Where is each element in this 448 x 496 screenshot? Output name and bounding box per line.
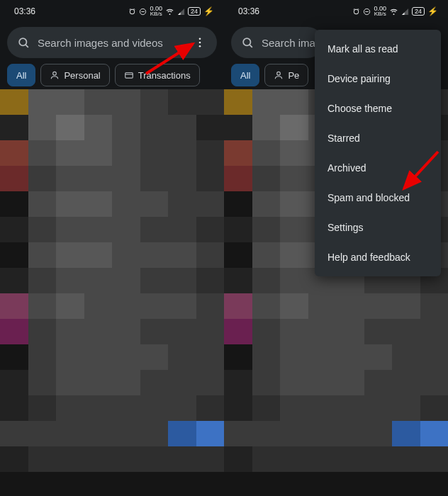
- chip-personal[interactable]: Pe: [264, 64, 308, 86]
- svg-point-5: [199, 42, 201, 44]
- chip-all-label: All: [16, 70, 26, 81]
- status-bar: 03:36 0.00 KB/s 24 ⚡: [224, 0, 448, 20]
- signal-icon: [401, 8, 409, 16]
- wifi-icon: [389, 8, 398, 16]
- left-screenshot: 03:36 0.00 KB/s 24 ⚡ Search images and v…: [0, 0, 224, 496]
- status-bar: 03:36 0.00 KB/s 24 ⚡: [0, 0, 224, 20]
- right-screenshot: 03:36 0.00 KB/s 24 ⚡ Search ima All Pe: [224, 0, 448, 496]
- svg-point-15: [277, 72, 281, 75]
- battery-indicator: 24: [188, 7, 201, 16]
- status-right: 0.00 KB/s 24 ⚡: [352, 6, 438, 17]
- svg-line-14: [250, 45, 252, 47]
- chip-transactions-label: Transactions: [138, 70, 191, 81]
- svg-rect-1: [142, 11, 145, 12]
- more-vert-icon: [194, 36, 206, 49]
- svg-point-6: [199, 45, 201, 47]
- svg-point-4: [199, 38, 201, 40]
- overflow-menu: Mark all as read Device pairing Choose t…: [315, 30, 441, 276]
- menu-choose-theme[interactable]: Choose theme: [315, 94, 441, 123]
- more-button[interactable]: [187, 30, 213, 55]
- chip-all[interactable]: All: [7, 64, 35, 86]
- svg-rect-12: [366, 11, 369, 12]
- wifi-icon: [165, 8, 174, 16]
- chip-all-label: All: [240, 70, 250, 81]
- chip-personal-label: Personal: [64, 70, 100, 81]
- person-icon: [274, 70, 284, 80]
- svg-point-2: [19, 38, 26, 45]
- svg-rect-8: [125, 73, 133, 79]
- filter-chips: All Personal Transactions: [0, 64, 224, 94]
- chip-all[interactable]: All: [231, 64, 259, 86]
- signal-icon: [177, 8, 185, 16]
- person-icon: [50, 70, 60, 80]
- search-icon: [241, 36, 254, 50]
- search-placeholder: Search ima: [262, 37, 319, 49]
- menu-archived[interactable]: Archived: [315, 153, 441, 183]
- pixelated-list: [0, 89, 224, 496]
- alarm-icon: [352, 8, 360, 16]
- menu-spam-blocked[interactable]: Spam and blocked: [315, 183, 441, 213]
- status-right: 0.00 KB/s 24 ⚡: [128, 6, 214, 17]
- status-time: 03:36: [238, 6, 259, 16]
- menu-help[interactable]: Help and feedback: [315, 242, 441, 272]
- charging-icon: ⚡: [203, 6, 214, 16]
- chip-transactions[interactable]: Transactions: [115, 64, 200, 86]
- search-bar[interactable]: Search ima: [231, 27, 323, 58]
- dnd-icon: [139, 8, 147, 16]
- menu-device-pairing[interactable]: Device pairing: [315, 64, 441, 94]
- dnd-icon: [363, 8, 371, 16]
- search-icon: [17, 36, 30, 50]
- svg-line-3: [26, 45, 28, 47]
- menu-starred[interactable]: Starred: [315, 123, 441, 153]
- status-kbs: 0.00 KB/s: [150, 6, 162, 17]
- menu-settings[interactable]: Settings: [315, 213, 441, 242]
- card-icon: [124, 70, 134, 80]
- status-kbs: 0.00 KB/s: [374, 6, 386, 17]
- svg-point-7: [53, 72, 57, 75]
- battery-indicator: 24: [412, 7, 425, 16]
- charging-icon: ⚡: [427, 6, 438, 16]
- menu-mark-read[interactable]: Mark all as read: [315, 34, 441, 64]
- chip-personal-label: Pe: [288, 70, 299, 81]
- search-placeholder: Search images and videos: [38, 37, 187, 49]
- chip-personal[interactable]: Personal: [40, 64, 109, 86]
- search-bar[interactable]: Search images and videos: [7, 27, 217, 58]
- status-time: 03:36: [14, 6, 35, 16]
- svg-point-13: [243, 38, 250, 45]
- alarm-icon: [128, 8, 136, 16]
